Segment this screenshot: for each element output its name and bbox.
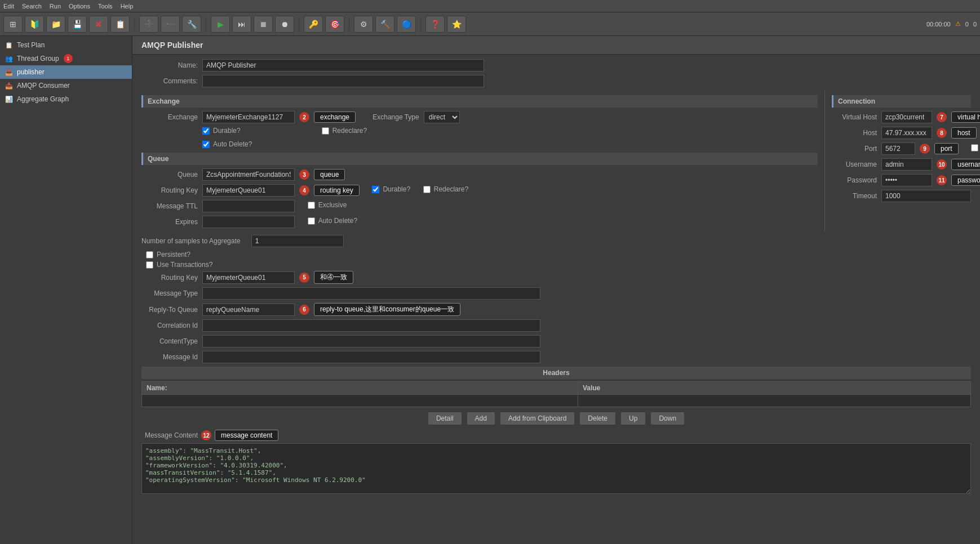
up-button[interactable]: Up [620, 412, 646, 425]
use-transactions-checkbox[interactable] [146, 261, 153, 269]
toolbar-btn-new[interactable]: ⊞ [3, 16, 23, 33]
port-row: Port 9 port SSL? [832, 142, 971, 155]
toolbar-btn-save[interactable]: 💾 [68, 16, 87, 33]
persistent-label: Persistent? [157, 251, 190, 258]
delete-button[interactable]: Delete [579, 412, 616, 425]
password-row: Password 11 password [832, 174, 971, 186]
persistent-row[interactable]: Persistent? [146, 251, 971, 258]
password-input[interactable] [881, 174, 932, 186]
port-input[interactable] [881, 142, 915, 155]
message-content-textarea[interactable]: "assembly": "MassTransit.Host", "assembl… [141, 443, 971, 494]
host-input[interactable] [881, 127, 932, 139]
menu-run[interactable]: Run [50, 3, 61, 10]
toolbar-divider3 [299, 17, 299, 31]
routing-key2-row: Routing Key 5 和④一致 [141, 271, 971, 284]
toolbar-btn-close[interactable]: ✖ [89, 16, 108, 33]
toolbar-btn-remove[interactable]: ➖ [161, 16, 180, 33]
auto-delete-exchange-checkbox[interactable] [202, 141, 210, 148]
reply-to-annotation: reply-to queue,这里和consumer的queue一致 [314, 303, 460, 316]
name-input[interactable] [202, 59, 484, 72]
toolbar-btn-star[interactable]: ⭐ [447, 16, 466, 33]
message-id-label: Message Id [141, 353, 198, 361]
sidebar-item-amqp-consumer[interactable]: 📥 AMQP Consumer [0, 79, 132, 92]
port-badge: 9 [920, 144, 930, 154]
reply-to-input[interactable] [202, 304, 295, 316]
durable-queue-row[interactable]: Durable? [372, 185, 410, 193]
exchange-row: Exchange 2 exchange Exchange Type direct… [141, 111, 818, 123]
toolbar-btn-key[interactable]: 🔑 [304, 16, 323, 33]
toolbar-btn-start-no-pause[interactable]: ⏭ [232, 16, 251, 33]
sidebar-item-thread-group[interactable]: 👥 Thread Group 1 [0, 52, 132, 65]
toolbar-btn-settings[interactable]: 🔧 [182, 16, 201, 33]
auto-delete-queue-checkbox[interactable] [308, 217, 315, 225]
sidebar-label-test-plan: Test Plan [17, 41, 45, 49]
timeout-input[interactable] [881, 190, 971, 202]
menu-tools[interactable]: Tools [98, 3, 113, 10]
add-from-clipboard-button[interactable]: Add from Clipboard [500, 412, 575, 425]
sidebar-item-amqp-publisher[interactable]: 📤 publisher [0, 65, 132, 79]
message-id-input[interactable] [202, 351, 540, 363]
down-button[interactable]: Down [650, 412, 685, 425]
auto-delete-queue-label: Auto Delete? [318, 217, 357, 225]
redeclare-queue-checkbox[interactable] [423, 186, 431, 193]
toolbar-btn-target[interactable]: 🎯 [325, 16, 344, 33]
virtual-host-input[interactable] [881, 111, 932, 123]
toolbar-btn-template[interactable]: 🔰 [25, 16, 44, 33]
toolbar-btn-start[interactable]: ▶ [211, 16, 230, 33]
message-type-input[interactable] [202, 287, 540, 300]
durable-exchange-row[interactable]: Durable? [202, 127, 241, 135]
menu-help[interactable]: Help [121, 3, 134, 10]
expires-input[interactable] [202, 216, 295, 228]
queue-input[interactable] [202, 168, 295, 181]
toolbar-btn-remote[interactable]: 🔵 [397, 16, 416, 33]
exclusive-row[interactable]: Exclusive [308, 201, 347, 209]
auto-delete-exchange-row[interactable]: Auto Delete? [202, 140, 818, 148]
redeclare-exchange-checkbox[interactable] [322, 127, 329, 135]
use-transactions-row[interactable]: Use Transactions? [146, 261, 971, 269]
toolbar-btn-copy[interactable]: 📋 [110, 16, 130, 33]
toolbar-btn-gear[interactable]: ⚙ [354, 16, 373, 33]
sidebar-label-aggregate-graph: Aggregate Graph [17, 95, 69, 103]
aggregate-row: Number of samples to Aggregate [141, 235, 971, 247]
toolbar-btn-add[interactable]: ➕ [139, 16, 158, 33]
durable-exchange-checkbox[interactable] [202, 127, 210, 135]
message-type-label: Message Type [141, 289, 198, 297]
username-input[interactable] [881, 158, 932, 171]
auto-delete-queue-row[interactable]: Auto Delete? [308, 217, 357, 225]
routing-key2-input[interactable] [202, 271, 295, 284]
message-ttl-input[interactable] [202, 200, 295, 212]
comments-input[interactable] [202, 75, 484, 87]
exclusive-checkbox[interactable] [308, 202, 315, 209]
content-type-input[interactable] [202, 335, 540, 347]
toolbar-btn-help[interactable]: ❓ [425, 16, 445, 33]
headers-col-name: Name: [142, 382, 578, 395]
routing-key2-badge: 5 [299, 273, 309, 283]
toolbar-btn-stop[interactable]: ⏹ [254, 16, 273, 33]
ssl-row[interactable]: SSL? [971, 144, 980, 151]
message-content-annotation: message content [215, 430, 278, 441]
ssl-checkbox[interactable] [971, 144, 978, 151]
redeclare-exchange-row[interactable]: Redeclare? [322, 127, 367, 135]
username-annotation: username [951, 159, 980, 170]
menu-search[interactable]: Search [22, 3, 42, 10]
menu-edit[interactable]: Edit [3, 3, 14, 10]
toolbar-btn-open[interactable]: 📁 [46, 16, 65, 33]
exchange-type-label: Exchange Type [369, 113, 419, 121]
toolbar-btn-shutdown[interactable]: ⏺ [275, 16, 294, 33]
routing-key-input[interactable] [202, 184, 295, 197]
exchange-input[interactable] [202, 111, 295, 123]
durable-queue-checkbox[interactable] [372, 186, 379, 193]
message-ttl-label: Message TTL [141, 202, 198, 210]
exchange-type-select[interactable]: direct fanout topic [424, 111, 460, 123]
toolbar-btn-build[interactable]: 🔨 [375, 16, 394, 33]
menu-options[interactable]: Options [69, 3, 90, 10]
sidebar-item-test-plan[interactable]: 📋 Test Plan [0, 38, 132, 52]
add-button[interactable]: Add [467, 412, 495, 425]
headers-col-value: Value [578, 382, 970, 395]
persistent-checkbox[interactable] [146, 251, 153, 258]
correlation-id-input[interactable] [202, 319, 540, 332]
sidebar-item-aggregate-graph[interactable]: 📊 Aggregate Graph [0, 92, 132, 106]
aggregate-input[interactable] [251, 235, 344, 247]
detail-button[interactable]: Detail [428, 412, 462, 425]
redeclare-queue-row[interactable]: Redeclare? [423, 185, 468, 193]
